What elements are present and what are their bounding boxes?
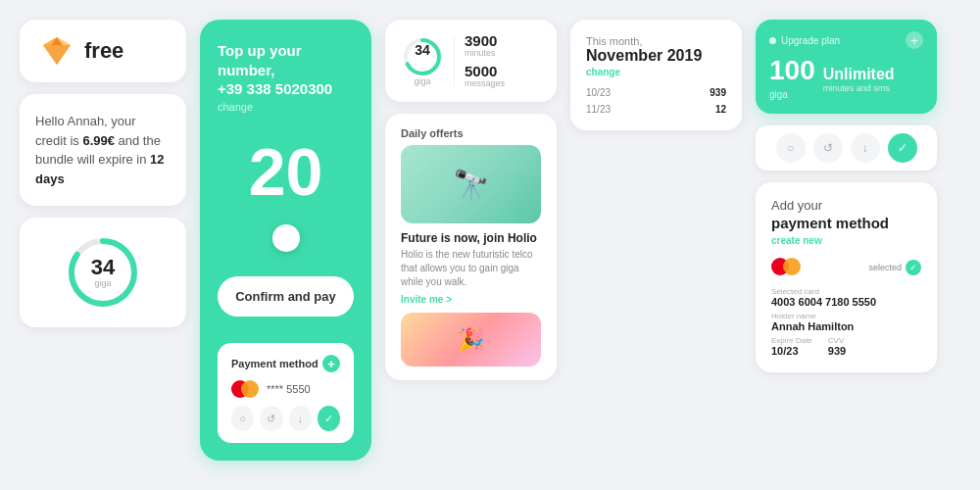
- pm-card-number-value: 4003 6004 7180 5550: [771, 296, 921, 308]
- sketch-icon: [41, 35, 73, 67]
- pm-expire-value: 10/23: [771, 345, 812, 357]
- topup-change[interactable]: change: [218, 101, 354, 113]
- upgrade-number: 100: [769, 55, 815, 85]
- topup-title: Top up your number,+39 338 5020300: [218, 41, 354, 99]
- month-subtitle: This month,: [586, 35, 726, 47]
- payment-header: Payment method +: [231, 355, 340, 372]
- hello-text: Hello Annah, your credit is 6.99€ and th…: [35, 112, 171, 188]
- pm-title-bold: payment method: [771, 215, 921, 231]
- month-card: This month, November 2019 change 10/23 9…: [570, 20, 742, 130]
- pm-mc-right: [783, 258, 801, 275]
- card-icons-row: ○ ↺ ↓ ✓: [231, 406, 340, 431]
- selected-text: selected: [868, 263, 902, 272]
- invite-link[interactable]: Invite me >: [401, 294, 541, 305]
- pm-card-number-row: Selected card 4003 6004 7180 5550: [771, 287, 921, 308]
- stat2-label: 11/23: [586, 104, 611, 115]
- upgrade-header: Upgrade plan +: [769, 31, 923, 49]
- stat2-value: 12: [715, 104, 726, 115]
- giga-circle: 34 giga: [64, 233, 142, 312]
- pm-holder-value: Annah Hamilton: [771, 320, 921, 332]
- topup-amount: 20: [218, 138, 354, 205]
- messages-label: messages: [465, 78, 505, 88]
- pm-expire-label: Expire Date: [771, 336, 812, 345]
- month-change[interactable]: change: [586, 67, 726, 77]
- pm-holder-label: Holder name: [771, 312, 921, 320]
- upgrade-plus-button[interactable]: +: [906, 31, 923, 49]
- minutes-stat: 3900 minutes: [465, 33, 505, 58]
- card-number: **** 5550: [267, 383, 311, 395]
- month-stats: 10/23 939 11/23 12: [586, 87, 726, 115]
- minutes-label: minutes: [465, 48, 505, 58]
- column-3: 34 giga 3900 minutes 5000 messages Daily…: [385, 20, 557, 461]
- pm-expire-cvv: Expire Date 10/23 CVV 939: [771, 336, 921, 357]
- pm-card-row: selected ✓: [771, 258, 921, 277]
- pm-info: Selected card 4003 6004 7180 5550 Holder…: [771, 287, 921, 357]
- selected-badge: selected ✓: [868, 260, 921, 275]
- confirm-pay-button[interactable]: Confirm and pay: [218, 276, 354, 317]
- payment-section: Payment method + **** 5550 ○ ↺ ↓ ✓: [218, 343, 354, 443]
- upgrade-plan-label: Upgrade plan: [769, 35, 840, 46]
- column-2: Top up your number,+39 338 5020300 chang…: [200, 20, 371, 461]
- payment-card-row: **** 5550: [231, 380, 340, 398]
- stats-card: 34 giga 3900 minutes 5000 messages: [385, 20, 557, 102]
- offer1-icon: 🔭: [453, 168, 489, 202]
- icon-btn-3[interactable]: ↓: [289, 406, 312, 431]
- upgrade-card: Upgrade plan + 100 giga Unlimited minute…: [756, 20, 937, 114]
- daily-offers-label: Daily offerts: [401, 127, 541, 139]
- offer1-image: 🔭: [401, 145, 541, 223]
- minutes-number: 3900: [465, 33, 505, 48]
- circle-center: 34 giga: [91, 257, 115, 288]
- upgrade-unlimited-wrap: Unlimited minutes and sms: [823, 66, 895, 93]
- offer1-title: Future is now, join Holio: [401, 231, 541, 245]
- pm-title-small: Add your: [771, 198, 921, 213]
- pm-mastercard-icon: [771, 258, 801, 277]
- icon-btn-2[interactable]: ↺: [260, 406, 282, 431]
- pm-cvv-value: 939: [828, 345, 846, 357]
- messages-stat: 5000 messages: [465, 64, 505, 88]
- offer2-icon: 🎉: [458, 327, 484, 353]
- giga-stat: 34 giga: [401, 35, 455, 86]
- column-1: free Hello Annah, your credit is 6.99€ a…: [20, 20, 186, 327]
- pm-create-link[interactable]: create new: [771, 235, 921, 246]
- slider-handle[interactable]: [272, 224, 300, 252]
- topup-slider[interactable]: [218, 224, 354, 252]
- icon-row-btn-2[interactable]: ↺: [813, 133, 843, 163]
- mc-right-circle: [241, 380, 259, 398]
- hello-card: Hello Annah, your credit is 6.99€ and th…: [20, 94, 186, 206]
- giga-number: 34: [91, 257, 115, 278]
- pm-holder-row: Holder name Annah Hamilton: [771, 312, 921, 332]
- stat1-label: 10/23: [586, 87, 611, 98]
- giga-label: giga: [91, 278, 115, 288]
- other-stats: 3900 minutes 5000 messages: [465, 33, 505, 88]
- check-circle: ✓: [906, 260, 921, 275]
- free-label: free: [84, 38, 123, 64]
- messages-number: 5000: [465, 64, 505, 78]
- icon-btn-4[interactable]: ✓: [318, 406, 340, 431]
- green-dot: [769, 37, 776, 44]
- mastercard-icon: [231, 380, 259, 398]
- main-container: free Hello Annah, your credit is 6.99€ a…: [20, 20, 960, 470]
- column-5: Upgrade plan + 100 giga Unlimited minute…: [756, 20, 937, 461]
- upgrade-number-wrap: 100 giga: [769, 57, 815, 102]
- giga-circle-card: 34 giga: [20, 218, 186, 327]
- daily-offers-card: Daily offerts 🔭 Future is now, join Holi…: [385, 114, 557, 380]
- month-stat-row-1: 10/23 939: [586, 87, 726, 98]
- giga-stat-number: 34: [415, 43, 430, 57]
- icon-row: ○ ↺ ↓ ✓: [756, 125, 937, 171]
- month-title: November 2019: [586, 47, 726, 65]
- column-4: This month, November 2019 change 10/23 9…: [570, 20, 742, 461]
- payment-title: Payment method: [231, 358, 318, 369]
- payment-method-card: Add your payment method create new selec…: [756, 182, 937, 372]
- offer2-image: 🎉: [401, 313, 541, 367]
- add-payment-button[interactable]: +: [322, 355, 340, 372]
- stats-row: 34 giga 3900 minutes 5000 messages: [401, 33, 541, 88]
- pm-cvv-label: CVV: [828, 336, 846, 345]
- icon-row-btn-4[interactable]: ✓: [888, 133, 917, 163]
- upgrade-stats: 100 giga Unlimited minutes and sms: [769, 57, 923, 102]
- upgrade-unlimited: Unlimited: [823, 66, 895, 83]
- icon-btn-1[interactable]: ○: [231, 406, 254, 431]
- pm-card-number-label: Selected card: [771, 287, 921, 296]
- icon-row-btn-3[interactable]: ↓: [851, 133, 880, 163]
- stat1-value: 939: [710, 87, 726, 98]
- icon-row-btn-1[interactable]: ○: [776, 133, 806, 163]
